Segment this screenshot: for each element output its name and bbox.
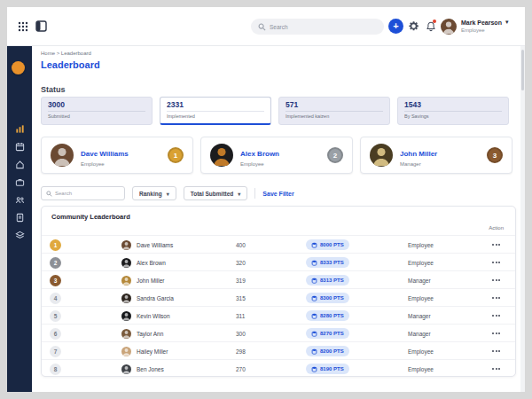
settings-gear-icon[interactable] [408,20,419,32]
stat-label: Implemented [167,113,264,119]
row-avatar [121,329,131,339]
podium-avatar [370,144,393,167]
points-badge: 8000 PTS [306,239,349,250]
main-content: Home > Leaderboard Leaderboard Status 30… [32,46,525,392]
filter-bar: Ranking ▾ Total Submitted ▾ Save Filter [41,186,294,200]
points-icon [311,242,317,248]
sidebar-orange-badge[interactable] [12,61,25,74]
row-name: Alex Brown [137,260,166,266]
points-value: 8000 PTS [320,242,344,247]
row-role: Employee [408,295,434,301]
podium-name: John Miller [400,150,437,158]
apps-grid-icon[interactable] [18,21,28,32]
stat-card-implemented-kaizen[interactable]: 571 Implemented kaizen [278,97,390,125]
table-row: 6 Taylor Ann 300 8270 PTS Manager [42,324,515,341]
points-value: 8300 PTS [320,295,344,301]
topbar: + Mark Pearson ▾ Employee [7,7,525,46]
total-submitted-dropdown[interactable]: Total Submitted ▾ [184,186,248,200]
layers-icon[interactable] [15,231,25,240]
scrollbar-thumb[interactable] [521,50,524,90]
collapse-sidebar-icon[interactable] [35,20,47,32]
podium-role: Employee [81,161,129,167]
row-count: 319 [236,278,246,284]
row-count: 315 [236,295,246,301]
add-button[interactable]: + [388,19,403,34]
rank-badge: 3 [50,275,61,286]
row-actions-button[interactable] [492,368,500,370]
users-icon[interactable] [15,195,25,205]
row-actions-button[interactable] [492,297,500,299]
breadcrumb[interactable]: Home > Leaderboard [41,51,91,56]
table-search-input[interactable] [55,191,120,196]
home-icon[interactable] [15,160,25,169]
row-avatar [121,364,131,374]
table-row: 1 Dave Williams 400 8000 PTS Employee [42,235,515,253]
podium-avatar [51,144,74,167]
stat-value: 3000 [48,100,145,109]
rank-badge: 5 [50,310,61,322]
app-window: + Mark Pearson ▾ Employee [7,7,525,392]
row-actions-button[interactable] [492,350,500,352]
calendar-icon[interactable] [15,142,25,152]
stat-card-by-savings[interactable]: 1543 By Savings [397,97,509,125]
page-title: Leaderboard [41,59,100,70]
dashboard-chart-icon[interactable] [15,124,25,134]
row-count: 311 [236,313,245,319]
row-role: Manager [408,278,431,284]
points-value: 8270 PTS [320,331,344,336]
stat-card-submitted[interactable]: 3000 Submitted [41,97,153,125]
leaderboard-rows: 1 Dave Williams 400 8000 PTS Employee 2 … [42,235,515,377]
action-column-header: Action [489,225,504,231]
points-value: 8190 PTS [320,366,344,372]
search-input[interactable] [270,24,377,30]
points-icon [311,313,317,319]
row-actions-button[interactable] [492,315,500,317]
stat-card-implemented[interactable]: 2331 Implemented [160,97,271,125]
ranking-dropdown[interactable]: Ranking ▾ [132,186,176,200]
chevron-down-icon: ▾ [238,191,240,197]
row-actions-button[interactable] [492,332,500,334]
rank-badge: 6 [50,328,61,340]
stat-value: 1543 [404,100,502,109]
table-row: 8 Ben Jones 270 8190 PTS Employee [42,359,515,377]
row-count: 270 [236,366,246,372]
chevron-down-icon: ▾ [167,191,169,197]
stat-label: Submitted [48,113,145,119]
table-row: 7 Hailey Miller 298 8200 PTS Employee [42,341,515,359]
row-avatar [121,311,131,321]
rank-badge: 4 [50,293,61,304]
tasks-icon[interactable] [15,213,25,223]
briefcase-icon[interactable] [15,177,25,187]
row-actions-button[interactable] [492,262,500,263]
user-avatar[interactable] [441,19,457,35]
row-count: 300 [236,331,246,337]
bronze-medal-badge: 3 [487,147,503,163]
global-search[interactable] [251,19,384,35]
table-search[interactable] [41,186,125,200]
row-avatar [121,240,131,250]
save-filter-link[interactable]: Save Filter [262,191,293,197]
podium-card-second: Alex Brown Employee 2 [200,137,353,174]
stat-label: By Savings [404,113,502,119]
user-name: Mark Pearson [461,20,502,26]
podium-card-third: John Miller Manager 3 [360,137,512,174]
rank-badge: 7 [50,346,61,357]
podium-name: Alex Brown [240,150,279,158]
row-actions-button[interactable] [492,244,500,246]
user-menu[interactable]: Mark Pearson ▾ Employee [461,19,508,33]
table-row: 3 John Miller 319 8313 PTS Manager [42,270,515,288]
stat-value: 571 [286,100,383,109]
points-value: 8200 PTS [320,348,344,354]
row-count: 298 [236,348,246,355]
points-badge: 8190 PTS [306,364,349,374]
points-badge: 8313 PTS [306,275,349,286]
row-actions-button[interactable] [492,279,500,281]
row-avatar [121,276,131,286]
top-three-cards: Dave Williams Employee 1 Alex Brown Empl… [41,137,512,174]
notifications-bell-icon[interactable] [425,20,436,32]
vertical-scrollbar[interactable] [520,46,525,392]
table-row: 5 Kevin Wilson 311 8280 PTS Manager [42,306,515,324]
notification-badge [433,20,436,23]
points-icon [311,278,317,284]
row-count: 400 [236,242,246,248]
